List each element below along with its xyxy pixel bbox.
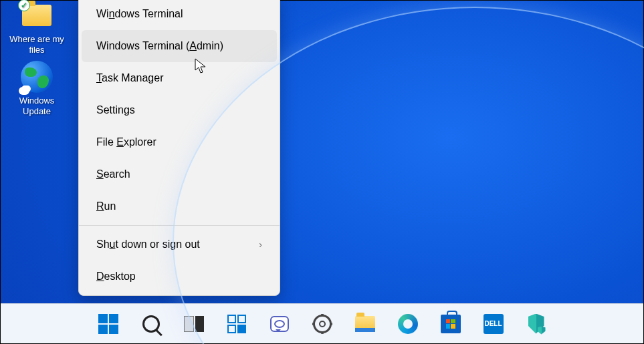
dell-button[interactable]: DELL <box>480 311 507 337</box>
winx-menu: Windows TerminalWindows Terminal (Admin)… <box>78 0 280 296</box>
settings-button[interactable] <box>309 311 336 337</box>
file-explorer-icon <box>355 316 375 332</box>
winx-item-label: Settings <box>96 104 262 116</box>
folder-icon: ✓ <box>21 0 53 31</box>
start-button[interactable] <box>95 311 122 337</box>
edge-button[interactable] <box>395 311 421 337</box>
desktop-icon-windows-update[interactable]: Windows Update <box>7 61 67 118</box>
ms-store-button[interactable] <box>437 311 464 337</box>
windows-logo-icon <box>98 314 118 334</box>
search-button[interactable] <box>138 311 165 337</box>
desktop-icon-label: Windows Update <box>7 96 67 118</box>
winx-item-label: Task Manager <box>96 72 262 84</box>
task-view-button[interactable] <box>181 311 207 337</box>
winx-item-label: Desktop <box>96 271 262 283</box>
widgets-icon <box>227 315 246 333</box>
winx-item[interactable]: Shut down or sign out› <box>82 228 277 261</box>
winx-item[interactable]: Task Manager <box>82 62 277 94</box>
chevron-right-icon: › <box>259 239 262 250</box>
globe-icon <box>21 61 53 93</box>
menu-separator <box>79 225 280 226</box>
chat-button[interactable] <box>266 311 293 337</box>
edge-icon <box>398 314 418 334</box>
file-explorer-button[interactable] <box>352 311 379 337</box>
winx-item[interactable]: Desktop <box>82 261 277 293</box>
security-button[interactable] <box>523 311 550 337</box>
search-icon <box>142 315 160 333</box>
winx-item-label: Run <box>96 200 262 212</box>
dell-icon: DELL <box>484 314 504 334</box>
winx-item[interactable]: Windows Terminal <box>82 0 277 30</box>
winx-item[interactable]: File Explorer <box>82 126 277 158</box>
winx-item[interactable]: Search <box>82 158 277 190</box>
winx-item-label: File Explorer <box>96 136 262 148</box>
winx-item-label: Windows Terminal <box>96 8 262 20</box>
gear-icon <box>313 315 332 333</box>
winx-item[interactable]: Run <box>82 190 277 222</box>
widgets-button[interactable] <box>223 311 250 337</box>
shield-icon <box>528 314 544 334</box>
taskbar: DELL <box>1 303 643 343</box>
winx-item[interactable]: Windows Terminal (Admin) <box>82 30 277 62</box>
desktop-icon-where-are-my-files[interactable]: ✓ Where are my files <box>7 0 67 56</box>
winx-item-label: Search <box>96 168 262 180</box>
ms-store-icon <box>441 315 461 333</box>
winx-item-label: Shut down or sign out <box>96 238 259 250</box>
desktop-icon-label: Where are my files <box>7 34 67 56</box>
desktop[interactable]: ✓ Where are my files Windows Update Wind… <box>0 0 644 344</box>
chat-icon <box>270 316 289 332</box>
task-view-icon <box>184 316 204 332</box>
winx-item-label: Windows Terminal (Admin) <box>96 40 262 52</box>
winx-item[interactable]: Settings <box>82 94 277 126</box>
